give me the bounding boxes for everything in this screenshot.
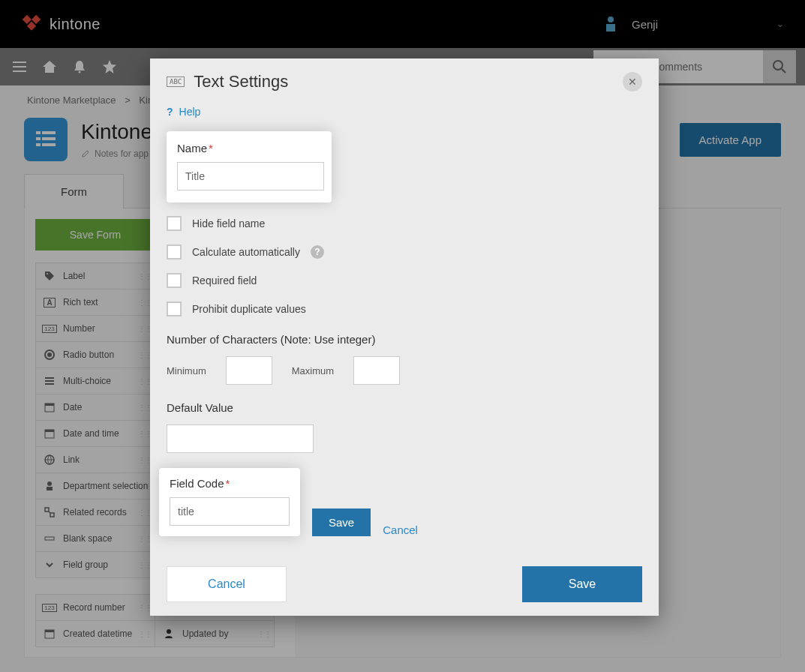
- field-code-card: Field Code*: [159, 468, 300, 536]
- checkbox-icon[interactable]: [167, 216, 182, 231]
- maximum-label: Maximum: [292, 365, 334, 376]
- hide-field-name-row[interactable]: Hide field name: [167, 216, 642, 231]
- prohibit-duplicate-row[interactable]: Prohibit duplicate values: [167, 302, 642, 316]
- minimum-input[interactable]: [226, 356, 272, 385]
- help-tooltip-icon[interactable]: ?: [311, 245, 324, 259]
- checkbox-icon[interactable]: [167, 244, 182, 260]
- num-chars-label: Number of Characters (Note: Use integer): [167, 333, 642, 346]
- cancel-button[interactable]: Cancel: [167, 566, 287, 602]
- default-value-label: Default Value: [167, 401, 642, 414]
- required-field-row[interactable]: Required field: [167, 273, 642, 288]
- help-icon: ?: [167, 106, 173, 118]
- checkbox-icon[interactable]: [167, 273, 182, 288]
- checkbox-icon[interactable]: [167, 302, 182, 316]
- text-settings-modal: ABC Text Settings ✕ ? Help Name* Hide fi…: [150, 58, 659, 616]
- field-code-input[interactable]: [170, 497, 290, 526]
- close-icon[interactable]: ✕: [623, 72, 642, 92]
- default-value-input[interactable]: [167, 424, 314, 453]
- minimum-label: Minimum: [167, 365, 206, 376]
- maximum-input[interactable]: [353, 356, 400, 385]
- field-code-cancel-button[interactable]: Cancel: [383, 524, 418, 536]
- help-link[interactable]: ? Help: [167, 106, 200, 118]
- modal-title: Text Settings: [194, 72, 288, 92]
- text-field-icon: ABC: [167, 76, 185, 87]
- name-input[interactable]: [177, 162, 324, 190]
- save-button[interactable]: Save: [522, 566, 642, 602]
- field-code-save-button[interactable]: Save: [312, 508, 371, 536]
- name-label: Name*: [177, 142, 321, 154]
- name-card: Name*: [167, 131, 332, 202]
- field-code-label: Field Code*: [170, 477, 290, 490]
- calculate-auto-row[interactable]: Calculate automatically?: [167, 244, 642, 260]
